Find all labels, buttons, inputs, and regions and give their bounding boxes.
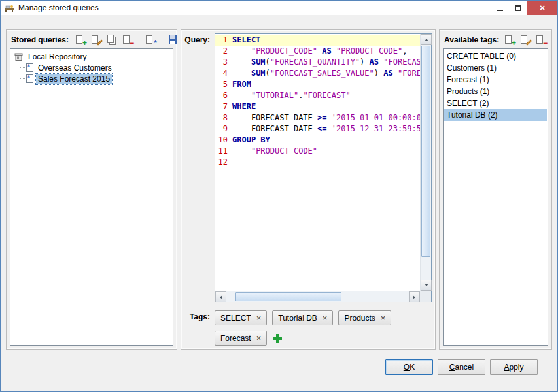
tree-root-label: Local Repository: [26, 52, 88, 62]
vertical-scroll-track[interactable]: [421, 45, 431, 280]
cancel-button[interactable]: Cancel: [438, 359, 485, 375]
new-query-from-editor-icon[interactable]: *: [144, 34, 156, 46]
code-line[interactable]: 5FROM: [215, 79, 420, 90]
code-line[interactable]: 9 FORECAST_DATE <= '2015-12-31 23:59:59': [215, 123, 420, 135]
tag-chip[interactable]: SELECT×: [215, 310, 267, 325]
tag-chip-label: Tutorial DB: [278, 314, 317, 323]
code-line[interactable]: 6 "TUTORIAL"."FORECAST": [215, 90, 420, 101]
edit-query-icon[interactable]: [90, 34, 102, 46]
tree-item[interactable]: Sales Forecast 2015: [20, 73, 171, 84]
line-number: 12: [215, 157, 232, 168]
save-queries-icon[interactable]: [167, 34, 179, 46]
horizontal-scroll-thumb[interactable]: [235, 292, 341, 301]
tree-children: Overseas CustomersSales Forecast 2015: [20, 62, 171, 84]
tag-chips: SELECT×Tutorial DB×Products×Forecast×: [215, 310, 411, 346]
tree-item-label: Overseas Customers: [36, 63, 114, 73]
tag-chip[interactable]: Tutorial DB×: [272, 310, 333, 325]
line-number: 11: [215, 146, 232, 157]
window-title: Manage stored queries: [18, 3, 99, 12]
copy-query-icon[interactable]: [105, 34, 118, 46]
available-tags-header: Available tags: +−: [444, 33, 548, 46]
available-tag-item[interactable]: CREATE TABLE (0): [444, 50, 547, 62]
code-line[interactable]: 2 "PRODUCT_CODE" AS "PRODUCT CODE",: [215, 46, 420, 57]
add-tag-button[interactable]: [272, 333, 283, 344]
line-number: 10: [215, 135, 232, 146]
stored-queries-tree: Local Repository Overseas CustomersSales…: [10, 48, 173, 346]
titlebar: Manage stored queries ×: [1, 1, 557, 15]
stored-queries-header: Stored queries: +−*: [11, 33, 173, 46]
add-tag-icon[interactable]: +: [503, 34, 515, 46]
code-line[interactable]: 3 SUM("FORECAST_QUANTITY") AS "FORECAST_…: [215, 57, 420, 68]
delete-query-icon[interactable]: −: [121, 34, 133, 46]
query-doc-icon: [26, 63, 33, 72]
dialog-buttons: OK Cancel Apply: [385, 359, 538, 375]
stored-queries-toolbar: +−*: [74, 34, 179, 46]
remove-tag-icon[interactable]: ×: [381, 314, 386, 322]
code-line[interactable]: 11 "PRODUCT_CODE": [215, 146, 420, 157]
available-tags-panel: Available tags: +− CREATE TABLE (0)Custo…: [439, 29, 552, 350]
horizontal-scroll-track[interactable]: [226, 291, 409, 302]
remove-tag-icon[interactable]: ×: [323, 314, 328, 322]
query-label: Query:: [184, 33, 215, 302]
tag-chip-label: Products: [344, 314, 375, 323]
edit-tag-icon[interactable]: [519, 34, 531, 46]
query-panel: Query: 1SELECT2 "PRODUCT_CODE" AS "PRODU…: [181, 29, 436, 350]
available-tags-list: CREATE TABLE (0)Customers (1)Forecast (1…: [443, 48, 548, 346]
dialog-content: Stored queries: +−* Local Repository Ove…: [6, 29, 552, 350]
tags-label: Tags:: [184, 310, 215, 346]
arrow-down-icon: [425, 284, 428, 288]
vertical-scroll-thumb[interactable]: [421, 46, 430, 257]
stored-queries-panel: Stored queries: +−* Local Repository Ove…: [6, 29, 177, 350]
scroll-left-button[interactable]: [215, 291, 226, 302]
available-tag-item[interactable]: Forecast (1): [444, 74, 547, 86]
code-line[interactable]: 7WHERE: [215, 101, 420, 112]
ok-button[interactable]: OK: [385, 359, 433, 375]
code-line[interactable]: 10GROUP BY: [215, 135, 420, 146]
sql-editor[interactable]: 1SELECT2 "PRODUCT_CODE" AS "PRODUCT CODE…: [215, 33, 432, 302]
line-number: 3: [215, 57, 232, 68]
tree-item[interactable]: Overseas Customers: [20, 62, 171, 73]
line-number: 4: [215, 68, 232, 79]
available-tag-item[interactable]: SELECT (2): [444, 97, 547, 109]
available-tag-item[interactable]: Products (1): [444, 86, 547, 97]
tree-root-item[interactable]: Local Repository: [12, 51, 171, 62]
close-icon: ×: [540, 3, 545, 13]
remove-tag-icon[interactable]: ×: [256, 314, 262, 322]
scroll-up-button[interactable]: [421, 34, 432, 45]
available-tag-item[interactable]: Customers (1): [444, 62, 547, 74]
manage-stored-queries-dialog: { "window": { "title": "Manage stored qu…: [0, 0, 558, 392]
code-line[interactable]: 1SELECT: [215, 35, 420, 46]
tag-chip[interactable]: Products×: [338, 310, 391, 325]
delete-tag-icon[interactable]: −: [534, 34, 547, 46]
line-number: 6: [215, 90, 232, 101]
line-number: 5: [215, 79, 232, 90]
tag-chip-label: SELECT: [220, 314, 251, 323]
tag-chip-label: Forecast: [220, 334, 251, 343]
sql-code-area[interactable]: 1SELECT2 "PRODUCT_CODE" AS "PRODUCT CODE…: [215, 34, 420, 291]
horizontal-scrollbar[interactable]: [215, 291, 420, 302]
arrow-up-icon: [425, 37, 428, 41]
available-tags-label: Available tags:: [444, 35, 499, 44]
arrow-left-icon: [218, 295, 222, 299]
line-number: 8: [215, 112, 232, 123]
available-tag-item[interactable]: Tutorial DB (2): [444, 109, 547, 121]
scroll-down-button[interactable]: [421, 280, 432, 291]
query-doc-icon: [26, 74, 33, 83]
code-line[interactable]: 8 FORECAST_DATE >= '2015-01-01 00:00:00': [215, 112, 420, 123]
scroll-right-button[interactable]: [409, 291, 420, 302]
add-query-icon[interactable]: +: [74, 34, 86, 46]
code-line[interactable]: 4 SUM("FORECAST_SALES_VALUE") AS "FORECA…: [215, 68, 420, 79]
apply-button[interactable]: Apply: [490, 359, 538, 375]
remove-tag-icon[interactable]: ×: [256, 334, 262, 342]
app-icon: [4, 3, 14, 13]
minimize-button[interactable]: [491, 1, 509, 15]
vertical-scrollbar[interactable]: [420, 34, 431, 291]
line-number: 1: [215, 35, 232, 46]
line-number: 7: [215, 101, 232, 112]
repository-icon: [14, 52, 24, 61]
maximize-button[interactable]: [509, 1, 527, 15]
arrow-right-icon: [413, 295, 417, 299]
close-button[interactable]: ×: [527, 1, 557, 15]
tag-chip[interactable]: Forecast×: [215, 331, 267, 346]
code-line[interactable]: 12: [215, 157, 420, 168]
